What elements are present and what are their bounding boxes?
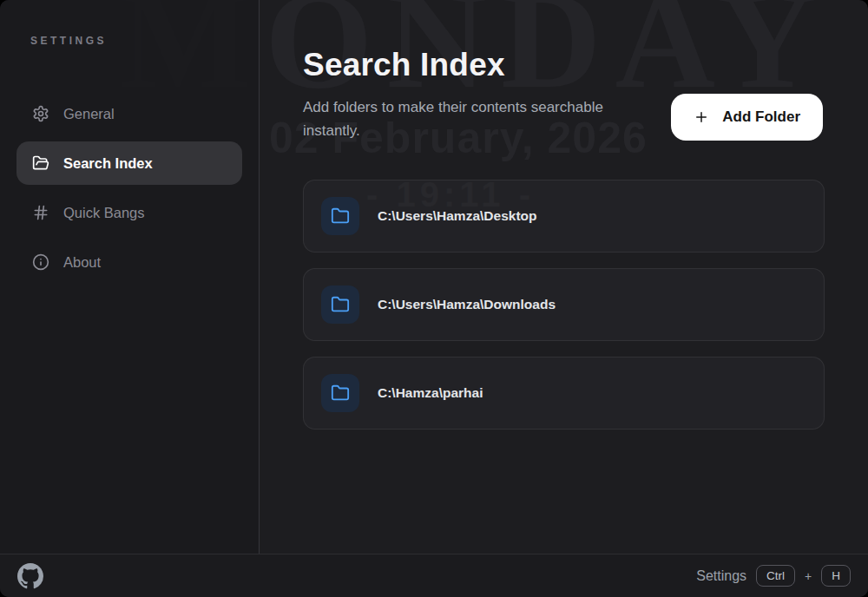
hash-icon: [32, 204, 49, 221]
add-folder-button[interactable]: Add Folder: [671, 94, 823, 141]
add-folder-button-label: Add Folder: [722, 108, 800, 126]
page-header: Search Index Add folders to make their c…: [303, 47, 633, 142]
search-index-panel: Search Index Add folders to make their c…: [260, 0, 868, 554]
footer-bar: Settings Ctrl + H: [0, 554, 868, 597]
sidebar-item-about[interactable]: About: [16, 240, 242, 284]
shortcut-label: Settings: [696, 568, 746, 584]
folder-icon: [321, 285, 359, 324]
sidebar-item-general[interactable]: General: [16, 92, 242, 135]
folder-open-icon: [32, 154, 49, 172]
folder-row[interactable]: C:\Users\Hamza\Downloads: [303, 268, 825, 341]
key-separator: +: [805, 569, 812, 583]
sidebar-item-label: About: [63, 254, 101, 271]
sidebar-item-label: General: [63, 106, 115, 122]
folder-path: C:\Users\Hamza\Desktop: [378, 208, 536, 224]
folder-row[interactable]: C:\Users\Hamza\Desktop: [303, 180, 825, 253]
sidebar-item-label: Search Index: [63, 155, 153, 172]
github-icon[interactable]: [17, 563, 43, 589]
folder-path: C:\Hamza\parhai: [378, 385, 483, 401]
sidebar-item-quick-bangs[interactable]: Quick Bangs: [16, 191, 242, 234]
sidebar-item-search-index[interactable]: Search Index: [16, 141, 242, 185]
app-window: MONDAY 02 February, 2026 - 19:11 - SETTI…: [0, 0, 868, 597]
folder-row[interactable]: C:\Hamza\parhai: [303, 357, 825, 430]
settings-sidebar: SETTINGS General Search Index: [0, 0, 260, 554]
page-title: Search Index: [303, 47, 633, 83]
folder-icon: [321, 197, 359, 235]
gear-icon: [32, 105, 49, 122]
indexed-folder-list: C:\Users\Hamza\Desktop C:\Users\Hamza\Do…: [303, 180, 825, 430]
sidebar-nav: General Search Index Quick Bangs: [0, 92, 259, 284]
key-badge-ctrl: Ctrl: [756, 565, 795, 587]
sidebar-item-label: Quick Bangs: [63, 205, 145, 221]
page-subtitle: Add folders to make their contents searc…: [303, 95, 633, 142]
folder-path: C:\Users\Hamza\Downloads: [378, 297, 556, 312]
info-icon: [32, 253, 49, 271]
settings-shortcut-hint: Settings Ctrl + H: [696, 565, 851, 587]
folder-icon: [321, 374, 359, 412]
sidebar-heading: SETTINGS: [30, 35, 259, 47]
key-badge-h: H: [821, 565, 851, 587]
plus-icon: [694, 109, 709, 125]
